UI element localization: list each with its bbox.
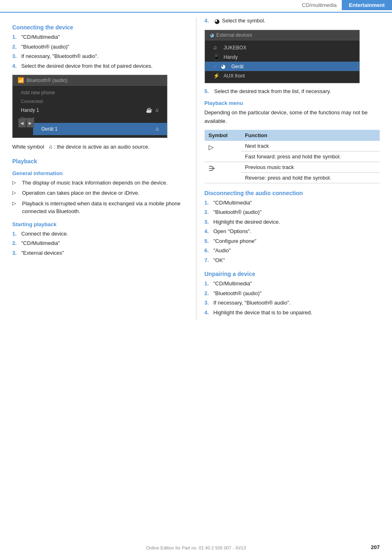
jukebox-icon: ♫ [213, 44, 220, 51]
right-step5-text: Select the desired track from the list, … [214, 88, 331, 94]
bt-add-new: Add new phone [13, 88, 167, 97]
disc-step-4-text: Open "Options". [214, 227, 252, 236]
step-3-num: 3. [12, 52, 20, 60]
disc-step-3-num: 3. [205, 218, 212, 226]
disc-step-1: 1. "CD/Multimedia" [205, 199, 380, 207]
bluetooth-screenshot: 📶 Bluetooth® (audio) Add new phone Conne… [12, 75, 167, 138]
table-row-1-function: Next track [241, 141, 380, 151]
disc-step-3: 3. Highlight the desired device. [205, 218, 380, 226]
right-step4-num: 4. [205, 18, 212, 24]
unp-step-1: 1. "CD/Multimedia" [205, 280, 380, 288]
bullet-1-text: The display of music track information d… [22, 179, 167, 187]
start-step-3: 3. "External devices" [12, 249, 188, 257]
unp-step-3-text: If necessary, "Bluetooth® audio". [214, 299, 291, 307]
disc-step-5-text: "Configure phone" [214, 237, 256, 245]
playback-table: Symbol Function ▷ Next track Fast forwar… [205, 130, 380, 183]
step-1: 1. "CD/Multimedia" [12, 33, 188, 41]
footer-text: Online Edition for Part no. 01 40 2 926 … [146, 545, 246, 550]
bt-connected-label: Connected: [13, 97, 167, 105]
step-1-text: "CD/Multimedia" [21, 33, 60, 41]
ext-row-jukebox: ♫ JUKEBOX [205, 43, 359, 52]
start-step-1-num: 1. [12, 230, 20, 238]
unp-step-4-text: Highlight the device that is to be unpai… [214, 309, 312, 317]
bt-body: Add new phone Connected: Handy 1 ☕ ♫ Pai… [13, 86, 167, 138]
table-row-1: ▷ Next track [205, 141, 380, 151]
bullet-arrow-3: ▷ [12, 200, 20, 216]
start-step-3-num: 3. [12, 249, 20, 257]
playback-menu-title: Playback menu [205, 100, 380, 106]
bt-selected-music-icon: ♫ [155, 126, 159, 132]
bullet-arrow-1: ▷ [12, 179, 20, 187]
step-1-num: 1. [12, 33, 20, 41]
disc-step-7-num: 7. [205, 256, 212, 265]
bt-connected-device: Handy 1 ☕ ♫ [13, 105, 167, 115]
header-cd-label: CD/multimedia [297, 0, 341, 10]
unp-step-2-text: "Bluetooth® (audio)" [214, 289, 262, 298]
connecting-title: Connecting the device [12, 24, 188, 31]
right-step5-row: 5. Select the desired track from the lis… [205, 88, 380, 94]
unpairing-title: Unpairing a device [205, 271, 380, 277]
step-2: 2. "Bluetooth® (audio)" [12, 43, 188, 51]
ext-handy-label: Handy [224, 54, 238, 60]
table-row-2: ⋺ Previous music track [205, 162, 380, 172]
disconnecting-title: Disconnecting the audio connection [205, 190, 380, 196]
bullet-3: ▷ Playback is interrupted when data is e… [12, 200, 188, 216]
table-row-2-symbol: ⋺ [205, 162, 241, 183]
ext-jukebox-label: JUKEBOX [224, 45, 247, 51]
disc-step-1-text: "CD/Multimedia" [214, 199, 252, 207]
playback-menu-para: Depending on the particular device, some… [205, 109, 380, 126]
unp-step-4-num: 4. [205, 309, 212, 317]
disc-step-4: 4. Open "Options". [205, 227, 380, 236]
footer: Online Edition for Part no. 01 40 2 926 … [0, 545, 392, 550]
start-step-1: 1. Connect the device. [12, 230, 188, 238]
disc-step-2-num: 2. [205, 208, 212, 216]
unp-step-2-num: 2. [205, 289, 212, 298]
disc-step-5: 5. "Configure phone" [205, 237, 380, 245]
ext-header: ◕ External devices [205, 30, 359, 40]
start-step-2-num: 2. [12, 239, 20, 247]
left-column: Connecting the device 1. "CD/Multimedia"… [12, 18, 196, 320]
start-step-2-text: "CD/Multimedia" [21, 239, 60, 247]
bt-header-label: Bluetooth® (audio) [27, 78, 67, 83]
music-icon: ♫ [155, 107, 159, 113]
external-devices-screenshot: ◕ External devices ♫ JUKEBOX 📱 Handy ✓ ◕… [205, 30, 360, 83]
starting-playback-title: Starting playback [12, 221, 188, 227]
bullet-1: ▷ The display of music track information… [12, 179, 188, 187]
start-step-1-text: Connect the device. [21, 230, 68, 238]
check-icon: ✓ [213, 63, 218, 69]
unp-step-3: 3. If necessary, "Bluetooth® audio". [205, 299, 380, 307]
bluetooth-icon: 📶 [18, 77, 24, 83]
bt-nav-arrows: ◀ ▶ [16, 117, 36, 129]
step-3-text: If necessary, "Bluetooth® audio". [21, 52, 98, 60]
bt-nav-left[interactable]: ◀ [18, 118, 26, 127]
disconnecting-steps: 1. "CD/Multimedia" 2. "Bluetooth® (audio… [205, 199, 380, 265]
right-step4-text: Select the symbol. [222, 18, 265, 24]
disc-step-4-num: 4. [205, 227, 212, 236]
bullet-2: ▷ Operation can takes place on the devic… [12, 189, 188, 197]
ext-header-icon: ◕ [210, 32, 214, 38]
bt-nav-right[interactable]: ▶ [27, 118, 34, 127]
handy-icon: 📱 [213, 54, 220, 60]
right-column: 4. ◕ Select the symbol. ◕ External devic… [196, 18, 380, 320]
disc-step-7-text: "OK" [214, 256, 225, 265]
ext-header-label: External devices [216, 32, 252, 38]
disc-step-3-text: Highlight the desired device. [214, 218, 280, 226]
page-number: 207 [371, 544, 380, 550]
aux-icon: ⚡ [213, 73, 220, 79]
unpairing-steps: 1. "CD/Multimedia" 2. "Bluetooth® (audio… [205, 280, 380, 316]
general-bullets: ▷ The display of music track information… [12, 179, 188, 216]
ext-row-aux: ⚡ AUX front [205, 71, 359, 80]
right-step4-row: 4. ◕ Select the symbol. [205, 18, 380, 25]
connecting-steps: 1. "CD/Multimedia" 2. "Bluetooth® (audio… [12, 33, 188, 70]
unp-step-3-num: 3. [205, 299, 212, 307]
unp-step-4: 4. Highlight the device that is to be un… [205, 309, 380, 317]
start-step-2: 2. "CD/Multimedia" [12, 239, 188, 247]
disc-step-6-num: 6. [205, 247, 212, 255]
step-4: 4. Select the desired device from the li… [12, 62, 188, 70]
disc-step-6-text: "Audio" [214, 247, 231, 255]
disc-step-2-text: "Bluetooth® (audio)" [214, 208, 262, 216]
unp-step-1-num: 1. [205, 280, 212, 288]
device-icons: ☕ ♫ [146, 107, 159, 113]
ext-aux-label: AUX front [224, 73, 245, 79]
step-2-num: 2. [12, 43, 20, 51]
